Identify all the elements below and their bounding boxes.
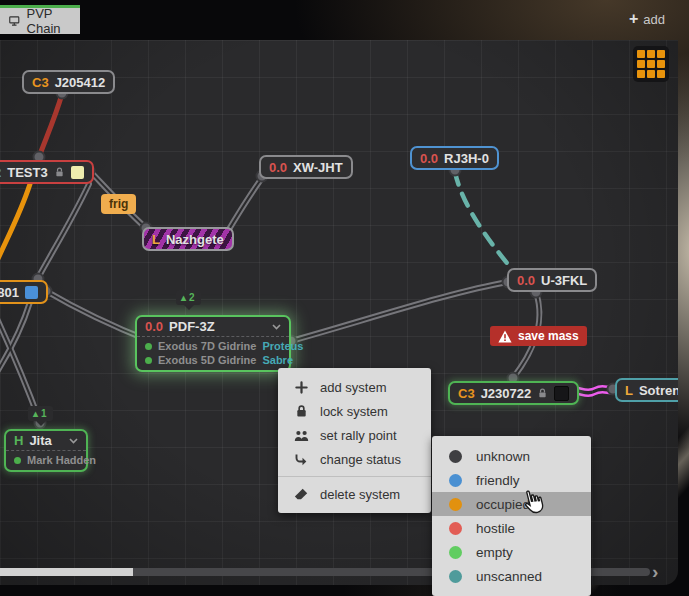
system-node-j230722[interactable]: C3 J230722 xyxy=(448,381,579,405)
system-node-j205412[interactable]: C3 J205412 xyxy=(22,70,115,94)
system-context-menu: add system lock system set rally point c… xyxy=(278,368,431,513)
system-security: 0.0 xyxy=(517,273,535,288)
pilot-list: Exodus 7D Gidrine Proteus Exodus 5D Gidr… xyxy=(137,336,289,370)
status-item-hostile[interactable]: hostile xyxy=(432,516,591,540)
add-system-button[interactable]: + add xyxy=(629,11,665,27)
pilot-count-badge: ▴ 1 xyxy=(28,406,53,421)
system-name: PDF-3Z xyxy=(169,319,215,334)
system-class: C3 xyxy=(32,75,49,90)
menu-item-change-status[interactable]: change status xyxy=(278,447,431,471)
system-name: Sotrenz xyxy=(639,383,678,398)
system-node-801[interactable]: 801 xyxy=(0,280,48,304)
up-arrow-icon: ▴ xyxy=(33,408,38,419)
status-item-friendly[interactable]: friendly xyxy=(432,468,591,492)
lock-icon xyxy=(537,387,548,399)
status-label: unscanned xyxy=(476,569,542,584)
chevron-down-icon[interactable] xyxy=(69,438,78,444)
system-class: C3 xyxy=(458,386,475,401)
system-node-sotrenz[interactable]: L Sotrenz xyxy=(615,378,678,402)
menu-item-label: change status xyxy=(320,452,401,467)
warning-icon xyxy=(498,330,512,343)
menu-item-label: add system xyxy=(320,380,386,395)
connection-reduced-orange xyxy=(0,184,30,272)
system-name: 801 xyxy=(0,285,19,300)
pilot-list: Mark Hadden xyxy=(6,450,86,470)
connection-critical-red xyxy=(39,94,62,157)
system-class: H xyxy=(14,433,23,448)
status-item-empty[interactable]: empty xyxy=(432,540,591,564)
pilot-count: 2 xyxy=(189,292,195,303)
system-name: XW-JHT xyxy=(293,160,343,175)
pilot-row: Exodus 5D Gidrine Sabre xyxy=(145,353,281,367)
system-node-jita[interactable]: H Jita Mark Hadden xyxy=(4,429,88,472)
menu-item-add-system[interactable]: add system xyxy=(278,375,431,399)
pilot-ship: Sabre xyxy=(262,354,293,366)
status-dot-icon xyxy=(449,450,462,463)
status-item-unknown[interactable]: unknown xyxy=(432,444,591,468)
pilot-ship: Proteus xyxy=(262,340,303,352)
system-node-pdf-3z[interactable]: 0.0 PDF-3Z Exodus 7D Gidrine Proteus Exo… xyxy=(135,315,291,372)
pilot-row: Mark Hadden xyxy=(14,453,78,467)
grid-icon xyxy=(637,50,665,78)
arrow-right-icon xyxy=(293,453,309,466)
save-mass-badge: save mass xyxy=(490,326,587,346)
system-class: L xyxy=(625,383,633,398)
status-item-occupied[interactable]: occupied xyxy=(432,492,591,516)
up-arrow-icon: ▴ xyxy=(181,292,186,303)
system-node-rj3h-0[interactable]: 0.0 RJ3H-0 xyxy=(410,146,499,170)
status-item-unscanned[interactable]: unscanned xyxy=(432,564,591,588)
system-title-row: 0.0 PDF-3Z xyxy=(137,317,289,336)
users-icon xyxy=(293,429,309,442)
system-title-row: H Jita xyxy=(6,431,86,450)
monitor-icon xyxy=(9,14,20,28)
scrollbar-thumb[interactable] xyxy=(0,568,133,576)
menu-item-label: set rally point xyxy=(320,428,397,443)
online-dot-icon xyxy=(14,457,21,464)
online-dot-icon xyxy=(145,357,152,364)
pilot-name: Exodus 7D Gidrine xyxy=(158,340,256,352)
system-name: J230722 xyxy=(481,386,532,401)
tab-pvp-chain[interactable]: PVP Chain xyxy=(0,5,80,34)
system-node-nazhgete[interactable]: L Nazhgete xyxy=(142,227,234,251)
chevron-down-icon[interactable] xyxy=(272,324,281,330)
status-dot-icon xyxy=(449,546,462,559)
system-node-xw-jht[interactable]: 0.0 XW-JHT xyxy=(259,155,353,179)
menu-item-label: lock system xyxy=(320,404,388,419)
pilot-count: 1 xyxy=(41,408,47,419)
grid-layout-button[interactable] xyxy=(633,46,669,82)
eraser-icon xyxy=(293,488,309,500)
plus-icon: + xyxy=(629,11,638,27)
status-label: empty xyxy=(476,545,513,560)
lock-icon xyxy=(293,404,309,418)
status-dot-icon xyxy=(449,570,462,583)
status-label: friendly xyxy=(476,473,520,488)
add-label: add xyxy=(643,12,665,27)
system-node-u-3fkl[interactable]: 0.0 U-3FKL xyxy=(507,268,597,292)
status-dot-icon xyxy=(449,522,462,535)
menu-separator xyxy=(278,476,431,477)
status-submenu: unknown friendly occupied hostile empty … xyxy=(432,436,591,596)
system-security: 0.0 xyxy=(145,319,163,334)
plus-icon xyxy=(293,381,309,394)
pilot-count-badge: ▴ 2 xyxy=(176,290,201,305)
pilot-name: Exodus 5D Gidrine xyxy=(158,354,256,366)
menu-item-delete-system[interactable]: delete system xyxy=(278,482,431,506)
system-class: 2 xyxy=(0,165,1,180)
tab-title: PVP Chain xyxy=(27,6,71,36)
scroll-right-chevron-icon[interactable]: › xyxy=(652,562,658,581)
status-label: hostile xyxy=(476,521,515,536)
online-dot-icon xyxy=(145,343,152,350)
system-name: RJ3H-0 xyxy=(444,151,489,166)
system-security: 0.0 xyxy=(420,151,438,166)
status-label: unknown xyxy=(476,449,530,464)
menu-item-lock-system[interactable]: lock system xyxy=(278,399,431,423)
system-node-test3[interactable]: 2 TEST3 xyxy=(0,160,94,184)
frig-label: frig xyxy=(109,197,128,211)
pilot-row: Exodus 7D Gidrine Proteus xyxy=(145,339,281,353)
system-class: L xyxy=(152,232,160,247)
status-label: occupied xyxy=(476,497,530,512)
note-marker xyxy=(71,166,84,179)
menu-item-set-rally-point[interactable]: set rally point xyxy=(278,423,431,447)
system-name: Nazhgete xyxy=(166,232,224,247)
system-name: J205412 xyxy=(55,75,106,90)
